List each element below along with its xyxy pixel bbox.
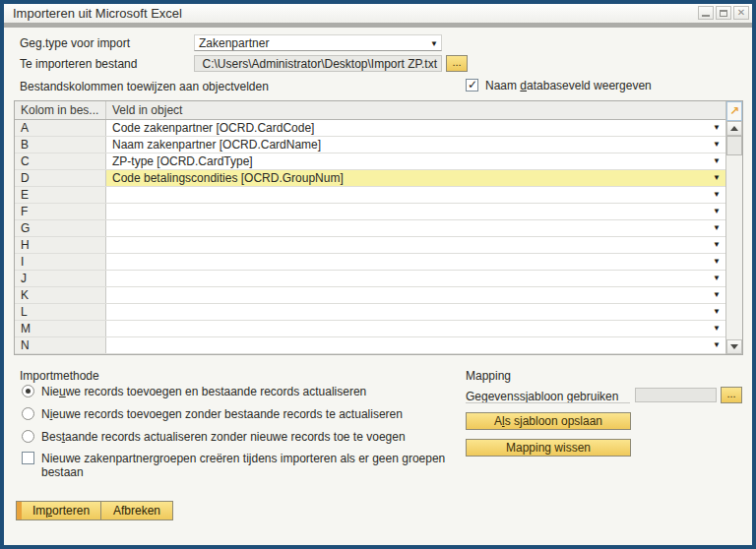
- close-button[interactable]: ✕: [733, 6, 749, 20]
- maximize-button[interactable]: [716, 6, 731, 20]
- column-letter-cell[interactable]: C: [15, 153, 106, 169]
- column-letter-cell[interactable]: K: [15, 287, 106, 303]
- column-letter-cell[interactable]: B: [15, 137, 106, 152]
- column-letter-cell[interactable]: L: [15, 304, 106, 320]
- import-method-option[interactable]: Nieuwe records toevoegen en bestaande re…: [22, 385, 366, 398]
- column-letter-cell[interactable]: I: [15, 254, 106, 270]
- table-row: N▼: [15, 337, 725, 354]
- field-in-object-value: Naam zakenpartner [OCRD.CardName]: [112, 138, 321, 152]
- table-row: CZP-type [OCRD.CardType]▼: [15, 153, 725, 170]
- dropdown-arrow-icon[interactable]: ▼: [713, 274, 721, 282]
- file-browse-button[interactable]: ...: [446, 55, 468, 72]
- import-from-excel-window: Importeren uit Microsoft Excel ✕ Geg.typ…: [0, 0, 756, 549]
- column-header-file-column[interactable]: Kolom in bes...: [15, 101, 106, 119]
- mapping-table-body: ACode zakenpartner [OCRD.CardCode]▼BNaam…: [15, 120, 725, 354]
- arrow-up-icon: [730, 126, 738, 131]
- field-in-object-cell[interactable]: ▼: [106, 321, 725, 336]
- chevron-down-icon: ▼: [430, 39, 438, 48]
- import-button[interactable]: Importeren: [16, 501, 102, 520]
- data-type-combo[interactable]: Zakenpartner ▼: [194, 34, 442, 51]
- create-groups-option[interactable]: Nieuwe zakenpartnergroepen creëren tijde…: [22, 452, 486, 479]
- template-field[interactable]: [635, 388, 717, 402]
- expand-grid-icon[interactable]: ↗: [726, 101, 742, 121]
- field-in-object-cell[interactable]: Code betalingscondities [OCRD.GroupNum]▼: [106, 170, 725, 186]
- column-letter-cell[interactable]: H: [15, 237, 106, 253]
- column-letter-cell[interactable]: F: [15, 204, 106, 219]
- dropdown-arrow-icon[interactable]: ▼: [713, 308, 721, 316]
- minimize-button[interactable]: [698, 6, 714, 20]
- dropdown-arrow-icon[interactable]: ▼: [713, 341, 721, 349]
- table-row: G▼: [15, 220, 725, 237]
- field-in-object-value: Code betalingscondities [OCRD.GroupNum]: [112, 171, 344, 185]
- table-row: F▼: [15, 204, 725, 220]
- mapping-header-label: Bestandskolommen toewijzen aan objectvel…: [20, 80, 269, 93]
- table-row: E▼: [15, 187, 725, 204]
- dropdown-arrow-icon[interactable]: ▼: [713, 124, 721, 132]
- import-method-option-label: Bestaande records actualiseren zonder ni…: [41, 430, 406, 444]
- file-label: Te importeren bestand: [20, 57, 137, 71]
- field-in-object-cell[interactable]: ▼: [106, 204, 725, 219]
- radio-icon[interactable]: [22, 407, 34, 420]
- save-as-template-button[interactable]: Als sjabloon opslaan: [466, 412, 631, 430]
- template-browse-button[interactable]: ...: [721, 387, 742, 403]
- import-method-option[interactable]: Bestaande records actualiseren zonder ni…: [22, 430, 406, 444]
- field-in-object-cell[interactable]: ▼: [106, 237, 725, 253]
- scrollbar-thumb[interactable]: [726, 136, 742, 155]
- scroll-down-button[interactable]: [726, 339, 742, 354]
- column-letter-cell[interactable]: N: [15, 337, 106, 353]
- table-row: I▼: [15, 254, 725, 271]
- arrow-down-icon: [730, 344, 738, 349]
- column-letter-cell[interactable]: D: [15, 170, 106, 186]
- column-letter-cell[interactable]: E: [15, 187, 106, 203]
- field-in-object-cell[interactable]: ZP-type [OCRD.CardType]▼: [106, 153, 725, 169]
- scrollbar-track[interactable]: [726, 155, 742, 339]
- checkbox-checked-icon[interactable]: [466, 79, 478, 92]
- dropdown-arrow-icon[interactable]: ▼: [713, 325, 721, 333]
- dropdown-arrow-icon[interactable]: ▼: [713, 191, 721, 199]
- clear-mapping-button[interactable]: Mapping wissen: [466, 439, 631, 457]
- column-letter-cell[interactable]: G: [15, 220, 106, 236]
- table-row: ACode zakenpartner [OCRD.CardCode]▼: [15, 120, 725, 137]
- field-in-object-cell[interactable]: Code zakenpartner [OCRD.CardCode]▼: [106, 120, 725, 136]
- dropdown-arrow-icon[interactable]: ▼: [713, 141, 721, 149]
- field-in-object-cell[interactable]: ▼: [106, 271, 725, 286]
- template-label-underline: [466, 402, 630, 403]
- field-in-object-cell[interactable]: ▼: [106, 287, 725, 303]
- radio-icon[interactable]: [22, 430, 34, 443]
- dropdown-arrow-icon[interactable]: ▼: [713, 258, 721, 266]
- field-in-object-cell[interactable]: ▼: [106, 220, 725, 236]
- table-row: L▼: [15, 304, 725, 321]
- scroll-up-button[interactable]: [726, 121, 742, 136]
- window-title: Importeren uit Microsoft Excel: [13, 6, 182, 21]
- field-in-object-cell[interactable]: ▼: [106, 337, 725, 353]
- field-in-object-cell[interactable]: ▼: [106, 254, 725, 270]
- import-method-title: Importmethode: [20, 369, 99, 383]
- dropdown-arrow-icon[interactable]: ▼: [713, 208, 721, 215]
- table-row: J▼: [15, 271, 725, 287]
- dropdown-arrow-icon[interactable]: ▼: [713, 291, 721, 299]
- field-in-object-cell[interactable]: ▼: [106, 187, 725, 203]
- column-letter-cell[interactable]: M: [15, 321, 106, 336]
- table-row: M▼: [15, 321, 725, 337]
- mapping-table: Kolom in bes... Veld in object ACode zak…: [14, 100, 743, 355]
- file-path-field[interactable]: C:\Users\Administrator\Desktop\Import ZP…: [194, 55, 442, 72]
- column-letter-cell[interactable]: A: [15, 120, 106, 136]
- dropdown-arrow-icon[interactable]: ▼: [713, 174, 721, 182]
- table-header: Kolom in bes... Veld in object: [15, 101, 725, 120]
- column-header-object-field[interactable]: Veld in object: [106, 101, 188, 119]
- dropdown-arrow-icon[interactable]: ▼: [713, 241, 721, 249]
- create-groups-label: Nieuwe zakenpartnergroepen creëren tijde…: [41, 452, 486, 479]
- radio-selected-icon[interactable]: [22, 385, 34, 397]
- checkbox-unchecked-icon[interactable]: [22, 452, 34, 464]
- dropdown-arrow-icon[interactable]: ▼: [713, 224, 721, 232]
- close-icon: ✕: [737, 8, 745, 18]
- show-db-field-option[interactable]: Naam databaseveld weergeven: [466, 79, 652, 92]
- field-in-object-cell[interactable]: Naam zakenpartner [OCRD.CardName]▼: [106, 137, 725, 152]
- column-letter-cell[interactable]: J: [15, 271, 106, 286]
- dropdown-arrow-icon[interactable]: ▼: [713, 157, 721, 165]
- import-method-option[interactable]: Nieuwe records toevoegen zonder bestaand…: [22, 407, 403, 421]
- cancel-button[interactable]: Afbreken: [100, 501, 173, 520]
- table-row: K▼: [15, 287, 725, 304]
- table-row: BNaam zakenpartner [OCRD.CardName]▼: [15, 137, 725, 153]
- field-in-object-cell[interactable]: ▼: [106, 304, 725, 320]
